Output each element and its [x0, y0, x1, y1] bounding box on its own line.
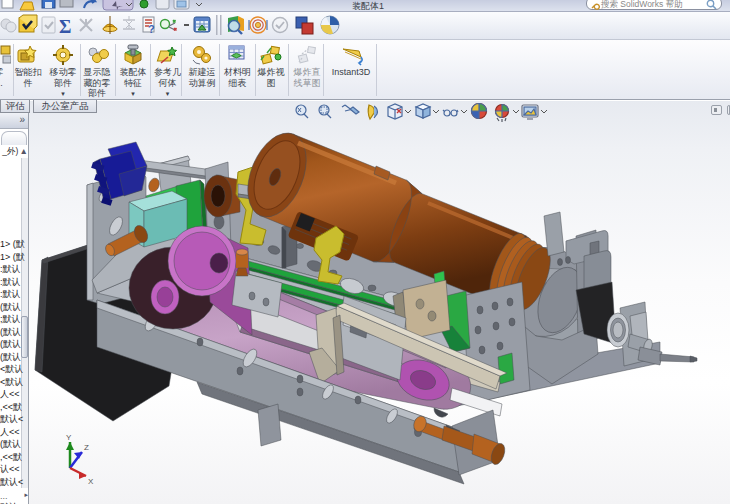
svg-text:X: X — [88, 477, 94, 486]
svg-text:Z: Z — [84, 443, 89, 452]
svg-text:Y: Y — [66, 433, 72, 442]
